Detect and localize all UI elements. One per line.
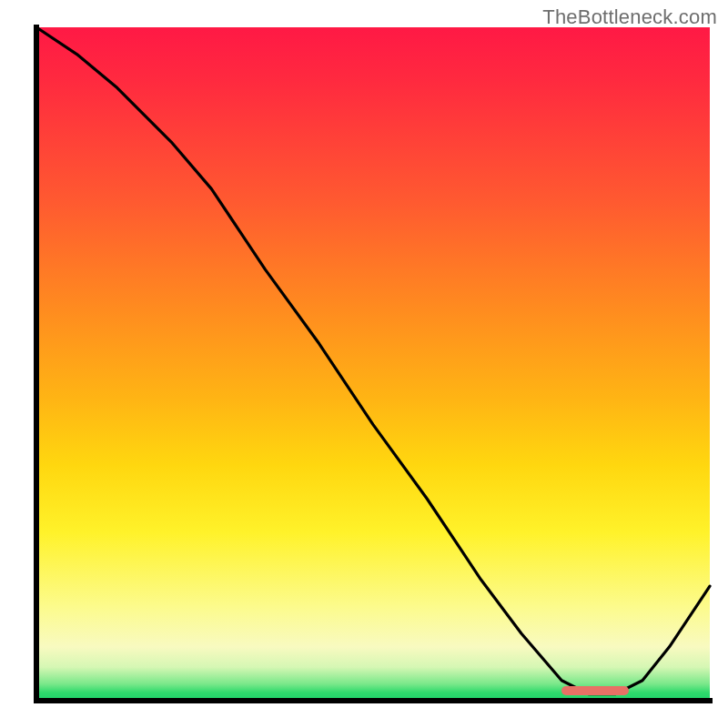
watermark-text: TheBottleneck.com — [542, 5, 717, 29]
chart-container: TheBottleneck.com — [0, 0, 728, 728]
performance-curve-path — [36, 27, 710, 694]
line-series — [36, 27, 710, 701]
plot-area — [36, 27, 710, 701]
optimal-range-marker — [561, 686, 629, 695]
